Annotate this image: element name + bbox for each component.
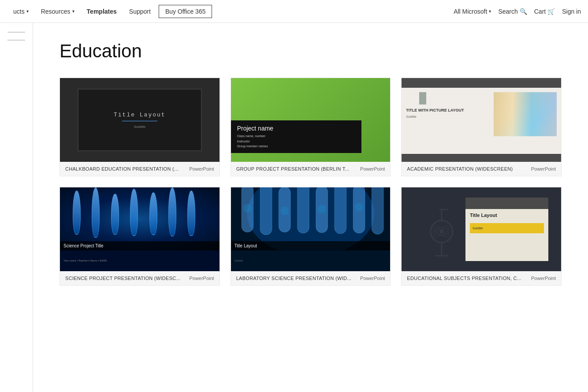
tube-5 xyxy=(149,192,157,235)
berlin-sub-info: Class name, numberInstructorGroup member… xyxy=(237,134,356,149)
template-card-academic[interactable]: TITLE WITH PICTURE LAYOUT Subtitle ACADE… xyxy=(401,78,562,176)
nav-all-microsoft[interactable]: All Microsoft ▾ xyxy=(454,8,491,15)
main-content: Education Title Layout Subtitle CHALKBOA… xyxy=(33,23,588,392)
svg-rect-3 xyxy=(260,187,272,235)
sidebar-line-1 xyxy=(7,32,25,33)
resources-chevron-icon: ▾ xyxy=(72,9,74,14)
template-thumb-academic: TITLE WITH PICTURE LAYOUT Subtitle xyxy=(402,78,561,162)
academic-top-bar xyxy=(402,78,561,88)
products-chevron-icon: ▾ xyxy=(26,9,29,14)
svg-point-20 xyxy=(439,229,444,234)
science-title-bar: Science Project Title xyxy=(60,241,220,250)
tube-6 xyxy=(168,187,176,236)
page-title: Education xyxy=(60,41,562,62)
berlin-bar: Project name Class name, numberInstructo… xyxy=(231,120,362,153)
template-card-lab[interactable]: Title Layout Subtitle LABORATORY SCIENCE… xyxy=(231,187,391,286)
svg-rect-5 xyxy=(297,187,309,233)
template-card-science[interactable]: Science Project Title Your name | Teache… xyxy=(60,187,220,286)
buy-office-label: Buy Office 365 xyxy=(165,8,206,15)
cart-icon: 🛒 xyxy=(547,8,555,15)
chalkboard-inner: Title Layout Subtitle xyxy=(78,89,202,152)
template-name-chalkboard: CHALKBOARD EDUCATION PRESENTATION (... xyxy=(65,166,179,172)
template-thumb-science: Science Project Title Your name | Teache… xyxy=(60,187,220,271)
template-name-berlin: GROUP PROJECT PRESENTATION (BERLIN T... xyxy=(236,166,350,172)
science-name-bar: Your name | Teacher's Name | 0/0/00 xyxy=(60,250,220,272)
book-image xyxy=(494,92,557,136)
academic-slide-title: TITLE WITH PICTURE LAYOUT xyxy=(406,108,489,113)
template-info-chalkboard: CHALKBOARD EDUCATION PRESENTATION (... P… xyxy=(60,162,220,176)
template-type-chalkboard: PowerPoint xyxy=(189,166,214,172)
template-thumb-chalkboard: Title Layout Subtitle xyxy=(60,78,220,162)
template-type-science: PowerPoint xyxy=(189,276,214,281)
berlin-bg: Project name Class name, numberInstructo… xyxy=(231,78,391,162)
academic-bg: TITLE WITH PICTURE LAYOUT Subtitle xyxy=(402,78,561,162)
svg-point-10 xyxy=(243,204,251,212)
sidebar xyxy=(0,23,33,392)
svg-point-12 xyxy=(317,205,326,213)
nav-products-label: ucts xyxy=(13,8,25,15)
lab-bg: Title Layout Subtitle xyxy=(231,187,391,271)
chalkboard-bg: Title Layout Subtitle xyxy=(60,78,220,162)
lab-title-bar: Title Layout xyxy=(231,241,391,250)
edusubjects-bg: Title Layout Subtitle xyxy=(402,187,561,271)
body-layout: Education Title Layout Subtitle CHALKBOA… xyxy=(0,23,588,392)
svg-rect-7 xyxy=(335,187,346,234)
template-thumb-lab: Title Layout Subtitle xyxy=(231,187,391,271)
search-icon: 🔍 xyxy=(520,8,527,15)
template-card-edusubjects[interactable]: Title Layout Subtitle EDUCATIONAL SUBJEC… xyxy=(401,187,562,286)
template-name-lab: LABORATORY SCIENCE PRESENTATION (WID... xyxy=(236,276,352,281)
nav-left: ucts ▾ Resources ▾ Templates Support Buy… xyxy=(7,0,212,23)
template-type-berlin: PowerPoint xyxy=(360,166,385,172)
tube-3 xyxy=(111,194,119,235)
template-type-lab: PowerPoint xyxy=(360,276,385,281)
nav-templates[interactable]: Templates xyxy=(81,0,123,23)
navbar: ucts ▾ Resources ▾ Templates Support Buy… xyxy=(0,0,588,23)
template-card-berlin[interactable]: Project name Class name, numberInstructo… xyxy=(231,78,391,176)
lab-sub-text: Subtitle xyxy=(234,259,243,262)
template-info-berlin: GROUP PROJECT PRESENTATION (BERLIN T... … xyxy=(231,162,391,176)
nav-products[interactable]: ucts ▾ xyxy=(7,0,35,23)
nav-resources-label: Resources xyxy=(41,8,71,15)
chalkboard-title: Title Layout xyxy=(114,112,166,118)
academic-slide-sub: Subtitle xyxy=(406,115,489,118)
tube-1 xyxy=(73,190,81,235)
template-info-academic: ACADEMIC PRESENTATION (WIDESCREEN) Power… xyxy=(402,162,561,176)
nav-support-label: Support xyxy=(129,8,151,15)
edusubjects-panel-title: Title Layout xyxy=(465,209,548,221)
all-microsoft-label: All Microsoft xyxy=(454,8,487,15)
nav-templates-label: Templates xyxy=(87,8,117,15)
svg-point-11 xyxy=(280,207,289,215)
template-grid: Title Layout Subtitle CHALKBOARD EDUCATI… xyxy=(60,78,562,286)
tube-2 xyxy=(92,187,100,238)
template-name-edusubjects: EDUCATIONAL SUBJECTS PRESENTATION, C... xyxy=(407,276,521,281)
template-info-edusubjects: EDUCATIONAL SUBJECTS PRESENTATION, C... … xyxy=(402,271,561,285)
template-thumb-berlin: Project name Class name, numberInstructo… xyxy=(231,78,391,162)
nav-resources[interactable]: Resources ▾ xyxy=(35,0,81,23)
template-name-science: SCIENCE PROJECT PRESENTATION (WIDESC... xyxy=(65,276,181,281)
template-type-edusubjects: PowerPoint xyxy=(531,276,556,281)
nav-cart[interactable]: Cart 🛒 xyxy=(534,8,555,15)
chalkboard-subtitle: Subtitle xyxy=(134,125,145,129)
sidebar-line-2 xyxy=(7,40,25,41)
edusubjects-panel-top xyxy=(465,198,548,209)
academic-text-side: TITLE WITH PICTURE LAYOUT Subtitle xyxy=(406,92,493,154)
nav-search[interactable]: Search 🔍 xyxy=(498,8,527,15)
science-bg: Science Project Title Your name | Teache… xyxy=(60,187,220,271)
microsoft-chevron-icon: ▾ xyxy=(489,9,491,14)
buy-office-button[interactable]: Buy Office 365 xyxy=(159,5,212,18)
tube-4 xyxy=(130,189,138,236)
academic-content: TITLE WITH PICTURE LAYOUT Subtitle xyxy=(402,88,561,154)
edusubjects-panel-sub: Subtitle xyxy=(470,223,544,233)
template-info-science: SCIENCE PROJECT PRESENTATION (WIDESC... … xyxy=(60,271,220,285)
academic-bottom-bar xyxy=(402,154,561,162)
nav-support[interactable]: Support xyxy=(123,0,157,23)
template-type-academic: PowerPoint xyxy=(531,166,556,172)
nav-signin[interactable]: Sign in xyxy=(562,8,581,15)
template-info-lab: LABORATORY SCIENCE PRESENTATION (WID... … xyxy=(231,271,391,285)
tube-7 xyxy=(187,190,195,236)
svg-rect-9 xyxy=(372,187,383,234)
svg-point-13 xyxy=(355,203,363,211)
search-label: Search xyxy=(498,8,517,15)
template-card-chalkboard[interactable]: Title Layout Subtitle CHALKBOARD EDUCATI… xyxy=(60,78,220,176)
template-thumb-edusubjects: Title Layout Subtitle xyxy=(402,187,561,271)
